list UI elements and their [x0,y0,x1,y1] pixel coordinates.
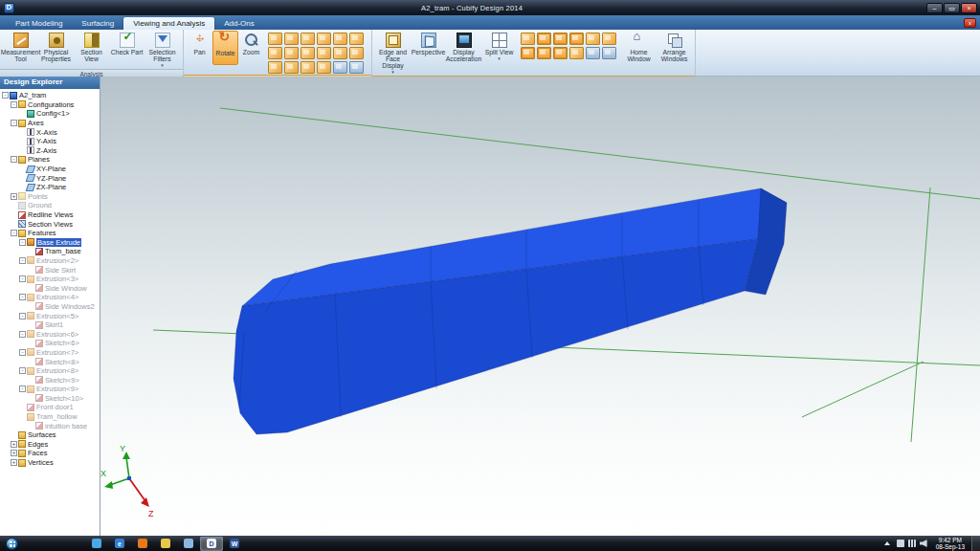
collapse-icon[interactable]: - [11,120,17,126]
collapse-icon[interactable]: - [11,156,17,163]
split-view-button[interactable]: Split View▾ [481,31,517,65]
backface-button[interactable] [602,47,616,59]
ribbon-close-button[interactable]: x [964,18,976,28]
tree-item-x-axis[interactable]: X-Axis [0,127,100,137]
collapse-icon[interactable]: - [19,239,26,246]
taskbar-app-internet-explorer[interactable]: e [108,537,131,551]
pan-button[interactable]: Pan [187,31,212,65]
show-desktop-button[interactable] [971,536,980,551]
taskbar-app-word[interactable]: W [223,537,246,551]
tree-item-redline-views[interactable]: Redline Views [0,210,100,220]
tree-item-side-windows2[interactable]: Side Windows2 [0,302,100,312]
tree-item-sketch-9[interactable]: Sketch<9> [0,375,100,385]
hidden-line-button[interactable] [569,33,584,45]
taskbar-app-media-player[interactable] [85,537,108,551]
tree-item-skirt1[interactable]: Skirt1 [0,320,100,330]
tree-item-sketch-8[interactable]: Sketch<8> [0,357,100,366]
tree-item-extrusion-4[interactable]: -Extrusion<4> [0,293,100,302]
rotate-view-right-button[interactable] [349,47,364,59]
tray-status-icon[interactable] [897,540,904,547]
previous-view-button[interactable] [333,61,347,74]
tree-item-sketch-6[interactable]: Sketch<6> [0,339,100,348]
collapse-icon[interactable]: - [19,367,26,374]
collapse-icon[interactable]: - [19,331,26,338]
tree-item-xy-plane[interactable]: XY-Plane [0,165,100,174]
next-view-button[interactable] [349,61,364,74]
view-back-button[interactable] [333,33,347,45]
construction-line-vertical[interactable] [911,187,930,442]
taskbar-app-firefox[interactable] [131,537,154,551]
close-button[interactable]: × [961,3,977,13]
tray-expand-icon[interactable] [884,541,890,545]
rotate-button[interactable]: Rotate [212,31,238,65]
tree-item-zx-plane[interactable]: ZX-Plane [0,183,100,192]
tree-item-ground[interactable]: Ground [0,201,100,210]
network-icon[interactable] [908,540,916,547]
rotate-view-down-button[interactable] [284,61,299,74]
tree-item-vertices[interactable]: +Vertices [0,458,100,468]
tree-item-points[interactable]: +Points [0,192,100,202]
view-normal-to-button[interactable] [317,47,331,59]
view-trimetric-button[interactable] [301,33,315,45]
tree-item-side-window[interactable]: Side Window [0,283,100,293]
rotate-view-up-button[interactable] [268,61,282,74]
minimize-button[interactable]: – [926,3,943,13]
section-view-button[interactable]: Section View [74,31,109,65]
collapse-icon[interactable]: - [19,257,26,264]
construction-line-upper[interactable] [220,108,980,199]
volume-icon[interactable] [920,540,927,547]
tangent-edges-button[interactable] [537,47,551,59]
tree-item-tram-base[interactable]: Tram_base [0,247,100,256]
viewport-3d[interactable]: Y X Z [100,77,980,536]
collapse-icon[interactable]: - [19,349,26,356]
tree-item-a2-tram[interactable]: -A2_tram [0,91,100,100]
tree-item-tram-hollow[interactable]: Tram_hollow [0,412,100,422]
expand-icon[interactable]: + [11,193,17,200]
shaded-button[interactable] [521,33,535,45]
tree-item-extrusion-2[interactable]: -Extrusion<2> [0,256,100,266]
tree-item-side-skirt[interactable]: Side Skirt [0,265,100,275]
tree-item-intuition-base[interactable]: intuition base [0,421,100,430]
shadow-button[interactable] [586,33,600,45]
check-part-button[interactable]: Check Part [109,31,145,65]
tab-surfacing[interactable]: Surfacing [72,17,123,30]
roll-view-right-button[interactable] [317,61,331,74]
ground-grid-button[interactable] [602,33,616,45]
tree-item-features[interactable]: -Features [0,229,100,238]
taskbar-app-paint[interactable] [177,537,200,551]
tree-item-extrusion-6[interactable]: -Extrusion<6> [0,329,100,339]
view-left-button[interactable] [349,33,364,45]
tree-item-z-axis[interactable]: Z-Axis [0,146,100,156]
taskbar-app-file-explorer[interactable] [154,537,177,551]
physical-properties-button[interactable]: Physical Properties [38,31,74,65]
tree-item-yz-plane[interactable]: YZ-Plane [0,173,100,183]
tab-part-modeling[interactable]: Part Modeling [6,17,72,30]
wireframe-button[interactable] [553,33,568,45]
rotate-view-left-button[interactable] [333,47,347,59]
tree-item-configurations[interactable]: -Configurations [0,100,100,110]
collapse-icon[interactable]: - [11,101,17,108]
construction-line-diagonal[interactable] [802,362,924,417]
collapse-icon[interactable]: - [11,230,17,236]
tree-item-config-1[interactable]: Config<1> [0,109,100,119]
expand-icon[interactable]: + [11,441,17,448]
home-window-button[interactable]: Home Window [621,31,657,65]
collapse-icon[interactable]: - [19,276,26,282]
taskbar-clock[interactable]: 9:42 PM 08-Sep-13 [936,537,965,550]
tree-item-extrusion-8[interactable]: -Extrusion<8> [0,366,100,376]
display-acceleration-button[interactable]: Display Acceleration [446,31,481,65]
tree-item-extrusion-9[interactable]: -Extrusion<9> [0,385,100,394]
measurement-tool-button[interactable]: Measurement Tool [3,31,38,65]
tree-item-extrusion-5[interactable]: -Extrusion<5> [0,311,100,320]
view-right-button[interactable] [268,47,282,59]
tree-item-planes[interactable]: -Planes [0,155,100,165]
arrange-windows-button[interactable]: Arrange Windows [657,31,692,65]
selection-filters-button[interactable]: Selection Filters▾ [145,31,180,69]
maximize-button[interactable]: ▭ [944,3,960,13]
tree-item-extrusion-7[interactable]: -Extrusion<7> [0,348,100,358]
collapse-icon[interactable]: - [19,313,26,320]
view-dimetric-button[interactable] [284,33,299,45]
tree-item-front-door1[interactable]: Front door1 [0,403,100,412]
tree-item-faces[interactable]: +Faces [0,449,100,458]
edge-and-face-display-button[interactable]: Edge and Face Display▾ [375,31,411,76]
